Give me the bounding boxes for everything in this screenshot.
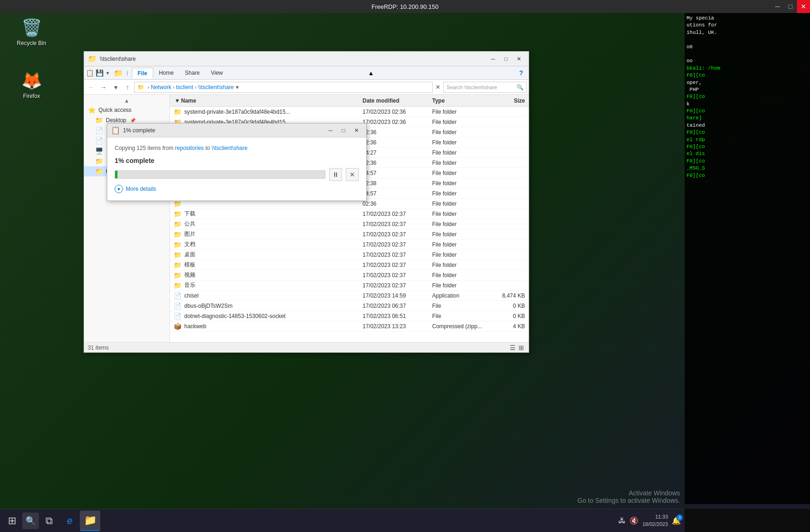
desktop-nav-label: Desktop (106, 117, 126, 123)
explorer-minimize-btn[interactable]: ─ (487, 54, 499, 64)
search-icon[interactable]: 🔍 (517, 84, 524, 91)
dest-link[interactable]: \\tsclient\share (212, 145, 247, 151)
ribbon-help-btn[interactable]: ? (515, 69, 527, 77)
terminal-line (687, 51, 808, 58)
freerdp-minimize-btn[interactable]: ─ (771, 0, 784, 13)
file-date: 14:57 (363, 190, 432, 197)
quick-access-arrow-icon[interactable]: ▼ (105, 71, 110, 76)
start-button[interactable]: ⊞ (2, 511, 22, 531)
taskbar: ⊞ 🔍 ⧉ e 📁 (0, 509, 685, 532)
nav-item-quick-access[interactable]: ⭐ Quick access (84, 105, 169, 115)
source-link[interactable]: repositories (175, 145, 204, 151)
file-date: 17/02/2023 02:36 (363, 109, 432, 115)
details-view-btn[interactable]: ☰ (509, 344, 517, 351)
nav-forward-btn[interactable]: → (98, 82, 109, 93)
quick-access-save-icon: 💾 (96, 69, 104, 77)
file-row[interactable]: 📁 桌面 17/02/2023 02:37 File folder (170, 250, 529, 260)
breadcrumb-share[interactable]: \\tsclient\share (198, 84, 233, 91)
window-controls: ─ □ ✕ (487, 54, 525, 64)
file-row[interactable]: 📄 dotnet-diagnostic-14853-1530602-socket… (170, 311, 529, 321)
nav-dropdown-btn[interactable]: ▾ (110, 82, 121, 93)
file-row[interactable]: 📁 公共 17/02/2023 02:37 File folder (170, 219, 529, 229)
breadcrumb-network[interactable]: Network (151, 84, 171, 91)
tab-view[interactable]: View (205, 68, 228, 78)
terminal-line: tained (687, 122, 808, 129)
col-date-header[interactable]: Date modified (363, 97, 432, 104)
taskbar-search-btn[interactable]: 🔍 (22, 513, 39, 529)
progress-cancel-btn[interactable]: ✕ (346, 168, 359, 181)
explorer-window-icon: 📁 (88, 54, 97, 63)
file-type: File folder (432, 201, 488, 207)
file-row[interactable]: 📁 systemd-private-3e187a0c9daf48e4bd15..… (170, 107, 529, 117)
file-row[interactable]: 📁 下载 17/02/2023 02:37 File folder (170, 209, 529, 219)
file-row[interactable]: 📁 音乐 17/02/2023 02:37 File folder (170, 280, 529, 291)
quick-access-label: Quick access (98, 107, 131, 113)
file-row-chisel[interactable]: 📄 chisel 17/02/2023 14:59 Application 8,… (170, 291, 529, 301)
folder-icon: 📁 (174, 221, 181, 228)
terminal-line: o0 (687, 44, 808, 51)
freerdp-close-btn[interactable]: ✕ (797, 0, 810, 13)
file-row[interactable]: 📄 dbus-oBjDTsW2Sm 17/02/2023 06:37 File … (170, 301, 529, 311)
search-box-text: Search \\tsclient\share (447, 84, 515, 90)
file-row[interactable]: 📁 文档 17/02/2023 02:37 File folder (170, 240, 529, 250)
file-row[interactable]: 📁 模板 17/02/2023 02:37 File folder (170, 260, 529, 270)
address-clear-btn[interactable]: ✕ (434, 84, 442, 91)
freerdp-controls: ─ □ ✕ (771, 0, 810, 13)
terminal-line: F0][co (687, 172, 808, 179)
folder-icon: 📁 (174, 272, 181, 279)
col-name-header[interactable]: Name (181, 97, 363, 104)
tab-file[interactable]: File (132, 68, 154, 78)
address-path[interactable]: 📁 › Network › tsclient › \\tsclient\shar… (134, 82, 433, 93)
file-row[interactable]: 📁 图片 17/02/2023 02:37 File folder (170, 229, 529, 240)
sound-tray-icon[interactable]: 🔇 (629, 516, 639, 525)
dialog-minimize-btn[interactable]: ─ (324, 126, 337, 135)
task-view-btn[interactable]: ⧉ (39, 511, 59, 531)
explorer-taskbar-btn[interactable]: 📁 (80, 511, 100, 531)
explorer-maximize-btn[interactable]: □ (500, 54, 512, 64)
file-type: File folder (432, 211, 488, 217)
progress-pause-btn[interactable]: ⏸ (329, 168, 342, 181)
tab-home[interactable]: Home (153, 68, 179, 78)
file-row[interactable]: 📦 hackweb 17/02/2023 13:23 Compressed (z… (170, 321, 529, 331)
freerdp-maximize-btn[interactable]: □ (784, 0, 797, 13)
dialog-maximize-btn[interactable]: □ (337, 126, 350, 135)
search-box[interactable]: Search \\tsclient\share 🔍 (443, 82, 527, 93)
firefox-label: Firefox (23, 93, 40, 99)
statusbar: 31 items ☰ ⊞ (84, 342, 529, 352)
progress-bar-container (115, 170, 325, 179)
quick-access-icon: ⭐ (88, 106, 96, 114)
file-date: 14:57 (363, 170, 432, 176)
copy-dialog: 📋 1% complete ─ □ ✕ Copying 125 items fr… (107, 123, 367, 201)
file-name: 下载 (184, 210, 363, 218)
tab-share[interactable]: Share (179, 68, 205, 78)
file-type: File (432, 303, 488, 309)
notification-area[interactable]: 🔔 3 (672, 516, 681, 525)
clock-area[interactable]: 11:33 18/02/2023 (642, 513, 668, 528)
ribbon-expand-btn[interactable]: ▲ (368, 70, 374, 77)
breadcrumb-tsclient[interactable]: tsclient (176, 84, 193, 91)
file-icon: 📄 (174, 312, 181, 320)
more-details-section[interactable]: ▼ More details (115, 185, 359, 193)
desktop-icon-recycle-bin[interactable]: 🗑️ Recycle Bin (13, 17, 50, 46)
file-name: 图片 (184, 230, 363, 238)
file-row[interactable]: 📁 视频 17/02/2023 02:37 File folder (170, 270, 529, 280)
desktop-icon-firefox[interactable]: 🦊 Firefox (13, 70, 50, 99)
terminal-line: PHP (687, 86, 808, 93)
dialog-close-btn[interactable]: ✕ (350, 126, 363, 135)
col-size-header[interactable]: Size (488, 97, 525, 104)
network-tray-icon[interactable]: 🖧 (618, 517, 626, 525)
nav-up-btn[interactable]: ↑ (122, 82, 133, 93)
explorer-close-btn[interactable]: ✕ (513, 54, 525, 64)
file-type: File folder (432, 180, 488, 187)
file-type: Application (432, 292, 488, 299)
dialog-titlebar: 📋 1% complete ─ □ ✕ (107, 123, 366, 137)
tiles-view-btn[interactable]: ⊞ (518, 344, 525, 351)
file-name: dbus-oBjDTsW2Sm (184, 303, 363, 309)
ie-taskbar-btn[interactable]: e (59, 511, 80, 531)
file-type: File folder (432, 262, 488, 268)
nav-back-btn[interactable]: ← (86, 82, 97, 93)
explorer-window: 📁 \\tsclient\share ─ □ ✕ 📋 💾 ▼ 📁 | File … (84, 51, 529, 353)
col-type-header[interactable]: Type (432, 97, 488, 104)
nav-collapse-btn[interactable]: ▲ (84, 97, 169, 105)
address-dropdown-btn[interactable]: ▾ (236, 84, 239, 91)
